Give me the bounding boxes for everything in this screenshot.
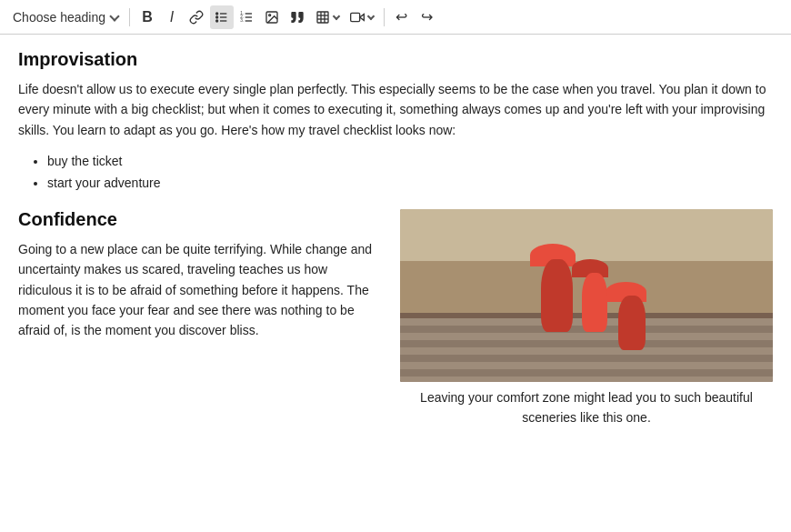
list-item: buy the ticket: [47, 151, 773, 173]
ordered-list-button[interactable]: 1. 2. 3.: [235, 5, 258, 29]
ordered-list-icon: 1. 2. 3.: [239, 10, 254, 25]
section-improvisation: Improvisation Life doesn't allow us to e…: [18, 49, 773, 195]
toolbar-divider-1: [129, 8, 130, 26]
list-buttons: 1. 2. 3.: [210, 5, 258, 29]
svg-point-3: [216, 13, 218, 15]
redo-button[interactable]: ↪: [416, 5, 439, 29]
svg-point-4: [216, 16, 218, 18]
format-buttons: B I: [135, 5, 208, 29]
image-icon: [265, 10, 279, 25]
confidence-text-block: Confidence Going to a new place can be q…: [18, 209, 382, 352]
toolbar-divider-2: [384, 8, 385, 26]
monk-figure-1: [541, 259, 573, 332]
svg-text:3.: 3.: [240, 18, 244, 23]
svg-point-13: [269, 14, 271, 15]
section1-list: buy the ticket start your adventure: [47, 151, 773, 195]
monk-figure-3: [618, 296, 646, 350]
table-dropdown-icon: [333, 13, 340, 20]
article-image: [400, 209, 773, 382]
section1-paragraph: Life doesn't allow us to execute every s…: [18, 79, 773, 140]
unordered-list-button[interactable]: [210, 5, 234, 29]
section2-heading: Confidence: [18, 209, 382, 230]
editor-content: Improvisation Life doesn't allow us to e…: [0, 35, 791, 532]
heading-selector-label: Choose heading: [13, 10, 105, 25]
media-button[interactable]: [345, 5, 378, 29]
quote-button[interactable]: [285, 5, 309, 29]
image-caption: Leaving your comfort zone might lead you…: [400, 387, 773, 428]
media-dropdown-icon: [367, 13, 375, 20]
section-confidence: Confidence Going to a new place can be q…: [18, 209, 773, 439]
undo-button[interactable]: ↩: [390, 5, 414, 29]
image-button[interactable]: [260, 5, 284, 29]
image-background: [400, 209, 773, 382]
list-item: start your adventure: [47, 173, 773, 195]
unordered-list-icon: [215, 10, 229, 25]
svg-rect-14: [317, 12, 328, 23]
undo-icon: ↩: [396, 8, 407, 25]
section1-heading: Improvisation: [18, 49, 773, 70]
svg-rect-20: [351, 13, 360, 21]
heading-selector[interactable]: Choose heading: [7, 8, 124, 26]
section2-paragraph: Going to a new place can be quite terrif…: [18, 239, 382, 341]
toolbar: Choose heading B I: [0, 0, 791, 35]
media-icon: [350, 10, 365, 25]
chevron-down-icon: [109, 11, 119, 21]
redo-icon: ↪: [421, 8, 433, 25]
table-button[interactable]: [311, 5, 344, 29]
bold-button[interactable]: B: [135, 5, 159, 29]
table-icon: [315, 10, 330, 25]
quote-icon: [290, 10, 305, 25]
svg-marker-19: [360, 14, 365, 20]
link-button[interactable]: [185, 5, 208, 29]
svg-point-5: [216, 20, 218, 22]
italic-button[interactable]: I: [160, 5, 184, 29]
monk-figure-2: [582, 273, 607, 332]
confidence-image-block: Leaving your comfort zone might lead you…: [400, 209, 773, 439]
link-icon: [189, 10, 204, 25]
